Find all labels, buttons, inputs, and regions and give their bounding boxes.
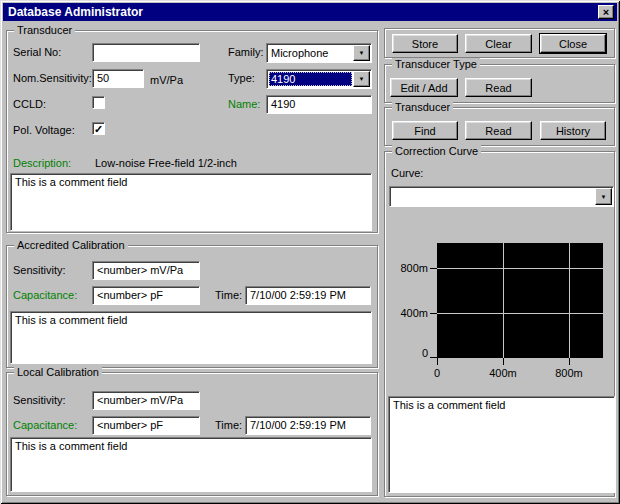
accredited-time-label: Time: bbox=[215, 289, 242, 302]
serial-no-label: Serial No: bbox=[13, 46, 61, 59]
ytick-400m bbox=[430, 313, 437, 314]
history-button[interactable]: History bbox=[540, 121, 606, 140]
x-axis-label-400m: 400m bbox=[481, 367, 525, 379]
type-value: 4190 bbox=[269, 72, 352, 86]
y-axis-label-800m: 800m bbox=[390, 262, 428, 274]
nom-sensitivity-field[interactable]: 50 bbox=[92, 69, 144, 88]
close-button[interactable]: Close bbox=[540, 34, 606, 53]
local-capacitance-field[interactable]: <number> pF bbox=[92, 416, 200, 435]
xtick-400m bbox=[503, 358, 504, 365]
transducer-read-button[interactable]: Read bbox=[465, 121, 532, 140]
nom-sensitivity-label: Nom.Sensitivity: bbox=[13, 72, 92, 85]
accredited-calibration-group-label: Accredited Calibration bbox=[14, 239, 128, 252]
family-label: Family: bbox=[228, 46, 263, 59]
database-administrator-dialog: Database Administrator × Transducer Seri… bbox=[0, 0, 620, 504]
correction-curve-chart bbox=[437, 243, 603, 358]
curve-value bbox=[392, 189, 594, 204]
nom-sensitivity-unit: mV/Pa bbox=[150, 74, 183, 87]
accredited-sensitivity-field[interactable]: <number> mV/Pa bbox=[92, 261, 200, 280]
accredited-time-field[interactable]: 7/10/00 2:59:19 PM bbox=[245, 286, 371, 305]
chevron-down-icon[interactable]: ▼ bbox=[595, 188, 612, 205]
family-value: Microphone bbox=[269, 46, 352, 60]
local-time-label: Time: bbox=[215, 419, 242, 432]
local-sensitivity-field[interactable]: <number> mV/Pa bbox=[92, 391, 200, 410]
y-axis-label-0: 0 bbox=[390, 347, 428, 359]
gridline-y-800m bbox=[437, 268, 603, 269]
name-label: Name: bbox=[228, 98, 260, 111]
transducer-comment-field[interactable]: This is a comment field bbox=[10, 173, 372, 231]
serial-no-field[interactable] bbox=[92, 43, 200, 62]
gridline-y-400m bbox=[437, 313, 603, 314]
name-field[interactable]: 4190 bbox=[266, 95, 372, 114]
local-time-field[interactable]: 7/10/00 2:59:19 PM bbox=[245, 416, 371, 435]
titlebar[interactable]: Database Administrator × bbox=[3, 3, 617, 21]
window-title: Database Administrator bbox=[8, 5, 143, 19]
gridline-x-800m bbox=[569, 243, 570, 358]
accredited-comment-field[interactable]: This is a comment field bbox=[10, 311, 372, 364]
xtick-800m bbox=[569, 358, 570, 365]
ytick-800m bbox=[430, 268, 437, 269]
curve-combobox[interactable]: ▼ bbox=[389, 186, 614, 207]
local-comment-field[interactable]: This is a comment field bbox=[10, 437, 372, 492]
description-label: Description: bbox=[13, 157, 71, 170]
local-capacitance-label: Capacitance: bbox=[13, 419, 77, 432]
clear-button[interactable]: Clear bbox=[465, 34, 532, 53]
check-icon: ✓ bbox=[94, 124, 103, 134]
type-combobox[interactable]: 4190 ▼ bbox=[266, 69, 372, 89]
transducer-type-group-label: Transducer Type bbox=[392, 58, 480, 71]
chevron-down-icon[interactable]: ▼ bbox=[353, 45, 370, 61]
store-button[interactable]: Store bbox=[392, 34, 458, 53]
chevron-down-icon[interactable]: ▼ bbox=[353, 71, 370, 87]
ccld-label: CCLD: bbox=[13, 98, 46, 111]
x-axis-label-0: 0 bbox=[415, 367, 459, 379]
close-icon[interactable]: × bbox=[598, 5, 614, 19]
ccld-checkbox[interactable] bbox=[92, 96, 105, 109]
description-value: Low-noise Free-field 1/2-inch bbox=[95, 157, 237, 170]
pol-voltage-label: Pol. Voltage: bbox=[13, 124, 75, 137]
xtick-0 bbox=[437, 358, 438, 365]
correction-curve-group-label: Correction Curve bbox=[392, 145, 481, 158]
gridline-x-400m bbox=[503, 243, 504, 358]
type-label: Type: bbox=[228, 72, 255, 85]
local-sensitivity-label: Sensitivity: bbox=[13, 394, 66, 407]
edit-add-button[interactable]: Edit / Add bbox=[390, 78, 458, 97]
curve-label: Curve: bbox=[391, 167, 423, 180]
accredited-sensitivity-label: Sensitivity: bbox=[13, 264, 66, 277]
y-axis-label-400m: 400m bbox=[390, 307, 428, 319]
local-calibration-group-label: Local Calibration bbox=[14, 366, 102, 379]
transducer-group-label: Transducer bbox=[14, 24, 75, 37]
transducer-type-read-button[interactable]: Read bbox=[465, 78, 532, 97]
ytick-0 bbox=[430, 357, 437, 358]
find-button[interactable]: Find bbox=[392, 121, 458, 140]
x-axis-label-800m: 800m bbox=[547, 367, 591, 379]
curve-comment-field[interactable]: This is a comment field bbox=[388, 396, 615, 493]
pol-voltage-checkbox[interactable]: ✓ bbox=[92, 122, 105, 135]
accredited-capacitance-label: Capacitance: bbox=[13, 289, 77, 302]
accredited-capacitance-field[interactable]: <number> pF bbox=[92, 286, 200, 305]
family-combobox[interactable]: Microphone ▼ bbox=[266, 43, 372, 63]
transducer-actions-group-label: Transducer bbox=[392, 101, 453, 114]
